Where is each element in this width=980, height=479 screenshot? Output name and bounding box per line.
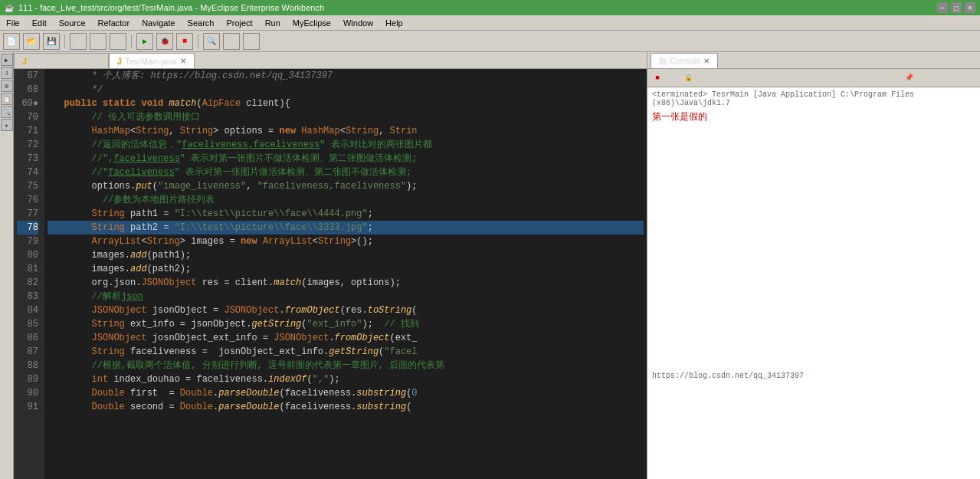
toolbar-redo[interactable]: ↪ (243, 33, 260, 50)
toolbar-print[interactable]: 🖨 (110, 33, 126, 50)
toolbar-sep2 (131, 34, 132, 48)
code-line-73: //",faceliveness" 表示对第一张图片不做活体检测、第二张图做活体… (48, 152, 644, 166)
sidebar-icon-2[interactable]: J (1, 67, 13, 79)
sidebar: ▶ J ⚙ 📋 🔍 ★ (0, 52, 14, 479)
minimize-button[interactable]: − (937, 2, 948, 13)
line-num-75: 75 (17, 179, 38, 193)
toolbar-search[interactable]: 🔍 (203, 33, 220, 50)
console-scroll-lock[interactable]: 🔒 (681, 71, 695, 85)
line-num-89: 89 (17, 372, 38, 386)
code-line-89: int index_douhao = faceliveness.indexOf(… (48, 372, 644, 386)
console-icon: ▤ (659, 56, 667, 66)
tab-icon-2: J (117, 57, 122, 66)
menu-window[interactable]: Window (337, 17, 379, 29)
code-line-67: * 个人博客: https://blog.csdn.net/qq_3413739… (48, 69, 644, 83)
console-close-btn[interactable]: ✕ (963, 71, 977, 85)
console-url: https://blog.csdn.net/qq_34137397 (652, 369, 975, 380)
console-tab[interactable]: ▤ Console ✕ (651, 53, 718, 68)
console-maximize-btn[interactable]: □ (948, 71, 962, 85)
editor-area: J StudentAction.java J TesrMain.java ✕ 6… (14, 52, 647, 479)
code-line-70: // 传入可选参数调用接口 (48, 110, 644, 124)
console-tab-close[interactable]: ✕ (703, 57, 710, 65)
line-num-82: 82 (17, 276, 38, 290)
line-num-85: 85 (17, 317, 38, 331)
menu-myeclipse[interactable]: MyEclipse (287, 17, 337, 29)
console-output: 第一张是假的 (652, 110, 975, 123)
toolbar: 📄 📂 💾 ◀ ▶ 🖨 ▶ 🐞 ■ 🔍 ↩ ↪ (0, 31, 980, 52)
code-line-85: String ext_info = jsonObject.getString("… (48, 317, 644, 331)
console-stop-btn[interactable]: ■ (651, 71, 664, 85)
code-line-91: Double second = Double.parseDouble(facel… (48, 400, 644, 414)
menu-run[interactable]: Run (259, 17, 287, 29)
code-line-90: Double first = Double.parseDouble(faceli… (48, 386, 644, 400)
line-num-78: 78 (17, 221, 38, 235)
tab-close-icon[interactable]: ✕ (180, 57, 186, 65)
tab-bar: J StudentAction.java J TesrMain.java ✕ (14, 52, 647, 69)
line-num-79: 79 (17, 235, 38, 248)
menu-search[interactable]: Search (182, 17, 221, 29)
toolbar-forward[interactable]: ▶ (90, 33, 107, 50)
menu-navigate[interactable]: Navigate (136, 17, 181, 29)
menu-help[interactable]: Help (379, 17, 409, 29)
sidebar-icon-5[interactable]: 🔍 (1, 106, 13, 118)
title-bar-controls: − □ × (937, 2, 975, 13)
menu-bar: File Edit Source Refactor Navigate Searc… (0, 15, 980, 31)
line-num-80: 80 (17, 248, 38, 262)
code-line-80: images.add(path1); (48, 248, 644, 262)
console-content: <terminated> TesrMain [Java Application]… (647, 87, 980, 479)
menu-source[interactable]: Source (53, 17, 92, 29)
code-line-88: //根据,截取两个活体值, 分别进行判断, 逗号前面的代表第一章图片, 后面的代… (48, 359, 644, 372)
maximize-button[interactable]: □ (951, 2, 962, 13)
line-num-84: 84 (17, 303, 38, 317)
title-bar-text: 111 - face_Live_test/src/org/test/TesrMa… (18, 3, 324, 12)
menu-project[interactable]: Project (220, 17, 258, 29)
tab-tesrmain[interactable]: J TesrMain.java ✕ (109, 53, 195, 68)
toolbar-save[interactable]: 💾 (43, 33, 60, 50)
toolbar-new[interactable]: 📄 (3, 33, 20, 50)
code-line-69: public static void match(AipFace client)… (48, 97, 644, 110)
toolbar-run[interactable]: ▶ (136, 33, 153, 50)
code-line-76: //参数为本地图片路径列表 (48, 193, 644, 207)
menu-refactor[interactable]: Refactor (92, 17, 136, 29)
console-options-btn[interactable]: ▼ (917, 71, 931, 85)
sidebar-icon-3[interactable]: ⚙ (1, 80, 13, 92)
console-minimize-btn[interactable]: − (932, 71, 946, 85)
console-tab-bar: ▤ Console ✕ (647, 52, 980, 69)
code-content: * 个人博客: https://blog.csdn.net/qq_3413739… (44, 69, 647, 479)
toolbar-sep3 (198, 34, 198, 48)
sidebar-icon-1[interactable]: ▶ (1, 54, 13, 66)
console-tab-label: Console (670, 56, 700, 65)
tab-icon-1: J (22, 57, 27, 66)
console-pin-btn[interactable]: 📌 (902, 71, 916, 85)
line-num-73: 73 (17, 152, 38, 166)
close-button[interactable]: × (965, 2, 975, 13)
sidebar-icon-4[interactable]: 📋 (1, 93, 13, 105)
toolbar-back[interactable]: ◀ (70, 33, 87, 50)
line-num-86: 86 (17, 331, 38, 345)
code-line-74: //"faceliveness" 表示对第一张图片做活体检测、第二张图不做活体检… (48, 166, 644, 179)
menu-file[interactable]: File (0, 17, 26, 29)
code-editor[interactable]: 67 68 69● 70 71 72 73 74 75 76 77 78 79 … (14, 69, 647, 479)
menu-edit[interactable]: Edit (26, 17, 53, 29)
console-header: <terminated> TesrMain [Java Application]… (652, 90, 975, 107)
code-line-75: options.put("image_liveness", "faceliven… (48, 179, 644, 193)
toolbar-open[interactable]: 📂 (23, 33, 40, 50)
title-bar: ☕ 111 - face_Live_test/src/org/test/Tesr… (0, 0, 980, 15)
code-line-79: ArrayList<String> images = new ArrayList… (48, 235, 644, 248)
line-num-87: 87 (17, 345, 38, 359)
code-line-78: String path2 = "I:\\test\\picture\\face\… (48, 221, 644, 235)
line-num-74: 74 (17, 166, 38, 179)
console-panel: ▤ Console ✕ ■ 🗑 🔒 📌 ▼ − □ ✕ <terminated>… (647, 52, 980, 479)
code-line-87: String faceliveness = josnObject_ext_inf… (48, 345, 644, 359)
console-clear-btn[interactable]: 🗑 (666, 71, 680, 85)
code-line-84: JSONObject jsonObject = JSONObject.fromO… (48, 303, 644, 317)
tab-studentaction[interactable]: J StudentAction.java (14, 53, 109, 68)
title-bar-left: ☕ 111 - face_Live_test/src/org/test/Tesr… (5, 3, 324, 12)
toolbar-debug[interactable]: 🐞 (156, 33, 173, 50)
toolbar-undo[interactable]: ↩ (223, 33, 240, 50)
line-num-83: 83 (17, 290, 38, 303)
code-line-86: JSONObject josnObject_ext_info = JSONObj… (48, 331, 644, 345)
sidebar-icon-6[interactable]: ★ (1, 119, 13, 131)
line-num-76: 76 (17, 193, 38, 207)
toolbar-stop[interactable]: ■ (176, 33, 193, 50)
